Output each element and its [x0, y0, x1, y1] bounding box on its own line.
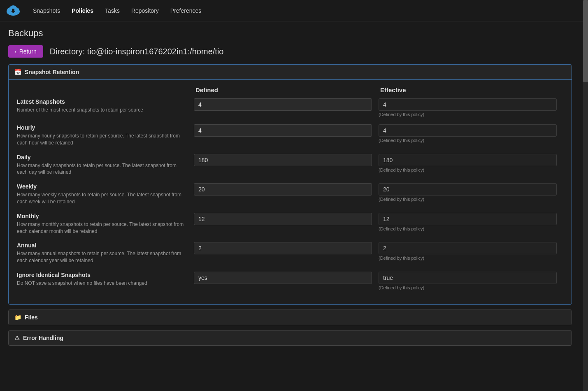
daily-defined-input[interactable]	[194, 154, 372, 166]
row-weekly-defined-col	[194, 183, 379, 196]
ignore-defined-by: (Defined by this policy)	[379, 285, 557, 290]
row-hourly-label: Hourly	[17, 124, 186, 131]
annual-defined-input[interactable]	[194, 242, 372, 254]
return-label: Return	[19, 48, 37, 55]
row-ignore-labels: Ignore Identical Snapshots Do NOT save a…	[17, 272, 194, 287]
row-latest-labels: Latest Snapshots Number of the most rece…	[17, 98, 194, 114]
col-headers: Defined Effective	[17, 86, 563, 95]
row-latest-desc: Number of the most recent snapshots to r…	[17, 107, 186, 114]
row-weekly-label: Weekly	[17, 183, 186, 190]
row-ignore-label: Ignore Identical Snapshots	[17, 272, 186, 278]
latest-defined-by: (Defined by this policy)	[379, 112, 557, 117]
row-weekly-desc: How many weekly snapshots to retain per …	[17, 191, 186, 205]
ignore-defined-input[interactable]	[194, 272, 372, 284]
row-annual-effective-col: 2 (Defined by this policy)	[379, 242, 563, 261]
weekly-defined-input[interactable]	[194, 183, 372, 196]
row-annual-label: Annual	[17, 242, 186, 249]
row-weekly-effective-col: 20 (Defined by this policy)	[379, 183, 563, 202]
scrollbar-thumb[interactable]	[583, 0, 588, 82]
row-annual-desc: How many annual snapshots to retain per …	[17, 250, 186, 264]
nav-preferences[interactable]: Preferences	[165, 5, 206, 16]
row-monthly-label: Monthly	[17, 213, 186, 219]
col-header-effective: Effective	[379, 86, 563, 93]
nav-policies[interactable]: Policies	[67, 5, 98, 16]
error-title: Error Handling	[23, 335, 63, 341]
daily-defined-by: (Defined by this policy)	[379, 168, 557, 172]
monthly-defined-by: (Defined by this policy)	[379, 226, 557, 231]
row-ignore-effective-col: true (Defined by this policy)	[379, 272, 563, 290]
row-ignore-desc: Do NOT save a snapshot when no files hav…	[17, 280, 186, 287]
col-header-defined: Defined	[194, 86, 379, 93]
files-panel: 📁 Files	[8, 310, 572, 325]
row-latest-effective-col: 4 (Defined by this policy)	[379, 98, 563, 117]
folder-icon: 📁	[14, 314, 21, 321]
row-weekly-labels: Weekly How many weekly snapshots to reta…	[17, 183, 194, 205]
row-monthly: Monthly How many monthly snapshots to re…	[17, 213, 563, 235]
row-hourly-effective-col: 4 (Defined by this policy)	[379, 124, 563, 143]
row-monthly-labels: Monthly How many monthly snapshots to re…	[17, 213, 194, 235]
row-hourly: Hourly How many hourly snapshots to reta…	[17, 124, 563, 147]
snapshot-retention-title: Snapshot Retention	[25, 69, 79, 75]
row-ignore-defined-col	[194, 272, 379, 284]
snapshot-retention-header[interactable]: 📅 Snapshot Retention	[9, 65, 572, 80]
latest-effective-value: 4	[379, 98, 557, 111]
ignore-effective-value: true	[379, 272, 557, 284]
row-latest: Latest Snapshots Number of the most rece…	[17, 98, 563, 117]
snapshot-retention-panel: 📅 Snapshot Retention Defined Effective L…	[8, 64, 572, 305]
row-daily: Daily How many daily snapshots to retain…	[17, 154, 563, 176]
row-annual-defined-col	[194, 242, 379, 254]
row-daily-desc: How many daily snapshots to retain per s…	[17, 162, 186, 176]
weekly-effective-value: 20	[379, 183, 557, 196]
app-logo	[5, 2, 21, 19]
navbar: Snapshots Policies Tasks Repository Pref…	[0, 0, 588, 21]
monthly-defined-input[interactable]	[194, 213, 372, 225]
row-latest-label: Latest Snapshots	[17, 98, 186, 105]
hourly-defined-by: (Defined by this policy)	[379, 138, 557, 143]
row-weekly: Weekly How many weekly snapshots to reta…	[17, 183, 563, 205]
directory-title: Directory: tio@tio-inspiron1676202in1:/h…	[50, 47, 224, 56]
annual-defined-by: (Defined by this policy)	[379, 256, 557, 261]
row-daily-labels: Daily How many daily snapshots to retain…	[17, 154, 194, 176]
row-hourly-defined-col	[194, 124, 379, 137]
nav-tasks[interactable]: Tasks	[100, 5, 125, 16]
files-title: Files	[25, 314, 38, 321]
error-panel: ⚠ Error Handling	[8, 330, 572, 346]
scrollbar[interactable]	[583, 0, 588, 391]
files-header[interactable]: 📁 Files	[9, 310, 572, 325]
monthly-effective-value: 12	[379, 213, 557, 225]
hourly-defined-input[interactable]	[194, 124, 372, 137]
annual-effective-value: 2	[379, 242, 557, 254]
row-annual-labels: Annual How many annual snapshots to reta…	[17, 242, 194, 264]
daily-effective-value: 180	[379, 154, 557, 166]
page-content: Backups ‹ Return Directory: tio@tio-insp…	[0, 21, 580, 357]
row-hourly-desc: How many hourly snapshots to retain per …	[17, 133, 186, 147]
row-monthly-defined-col	[194, 213, 379, 225]
retention-body: Defined Effective Latest Snapshots Numbe…	[9, 80, 572, 304]
row-daily-effective-col: 180 (Defined by this policy)	[379, 154, 563, 172]
weekly-defined-by: (Defined by this policy)	[379, 197, 557, 202]
error-header[interactable]: ⚠ Error Handling	[9, 330, 572, 345]
warning-icon: ⚠	[14, 335, 20, 341]
row-monthly-effective-col: 12 (Defined by this policy)	[379, 213, 563, 231]
nav-links: Snapshots Policies Tasks Repository Pref…	[28, 5, 206, 16]
page-title: Backups	[8, 28, 572, 39]
row-hourly-labels: Hourly How many hourly snapshots to reta…	[17, 124, 194, 147]
nav-snapshots[interactable]: Snapshots	[28, 5, 65, 16]
hourly-effective-value: 4	[379, 124, 557, 137]
chevron-left-icon: ‹	[15, 48, 17, 55]
row-monthly-desc: How many monthly snapshots to retain per…	[17, 221, 186, 235]
row-daily-label: Daily	[17, 154, 186, 161]
nav-repository[interactable]: Repository	[126, 5, 164, 16]
header-row: ‹ Return Directory: tio@tio-inspiron1676…	[8, 45, 572, 58]
col-header-label	[17, 86, 194, 93]
row-ignore-identical: Ignore Identical Snapshots Do NOT save a…	[17, 272, 563, 290]
row-daily-defined-col	[194, 154, 379, 166]
calendar-icon: 📅	[14, 69, 21, 75]
return-button[interactable]: ‹ Return	[8, 45, 43, 58]
row-latest-defined-col	[194, 98, 379, 111]
row-annual: Annual How many annual snapshots to reta…	[17, 242, 563, 264]
latest-defined-input[interactable]	[194, 98, 372, 111]
